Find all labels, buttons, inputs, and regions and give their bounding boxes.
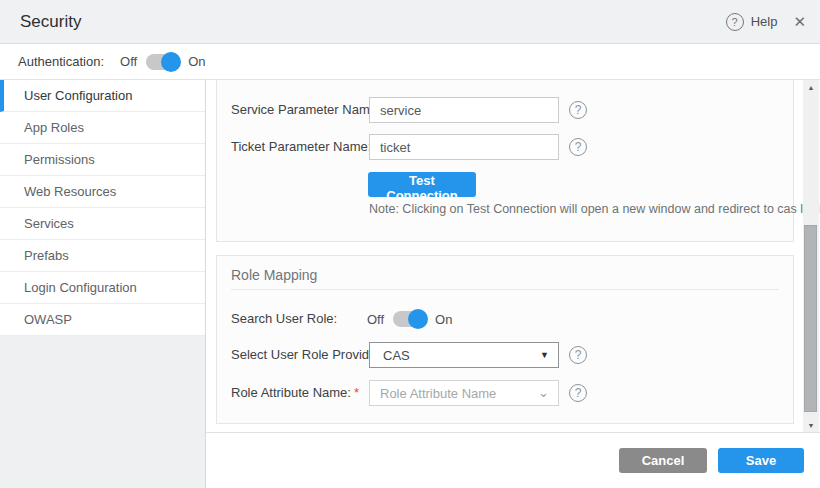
save-button[interactable]: Save — [718, 448, 804, 473]
dropdown-arrow-icon: ▼ — [540, 350, 549, 360]
scroll-down-icon[interactable]: ▼ — [803, 422, 819, 429]
vertical-scrollbar[interactable]: ▲ ▼ — [803, 80, 819, 433]
role-attribute-help-icon[interactable]: ? — [569, 384, 587, 402]
close-icon[interactable]: ✕ — [793, 13, 806, 31]
role-mapping-title: Role Mapping — [231, 267, 317, 283]
security-dialog: Security ? Help ✕ Authentication: Off On… — [0, 0, 820, 488]
footer-divider — [206, 432, 820, 433]
search-user-role-toggle-group: Off On — [367, 306, 452, 332]
sidebar-item-user-configuration[interactable]: User Configuration — [0, 80, 205, 112]
service-parameter-label: Service Parameter Name:* — [231, 97, 389, 123]
user-role-provider-help-icon[interactable]: ? — [569, 346, 587, 364]
header-actions: ? Help ✕ — [726, 13, 806, 31]
search-user-role-toggle[interactable] — [393, 311, 426, 327]
test-connection-note: Note: Clicking on Test Connection will o… — [369, 202, 820, 216]
sidebar-item-services[interactable]: Services — [0, 208, 205, 240]
cancel-button[interactable]: Cancel — [619, 448, 707, 473]
toggle-knob — [408, 309, 428, 329]
service-parameter-input[interactable] — [369, 97, 559, 123]
authentication-off-label: Off — [120, 54, 137, 69]
authentication-on-label: On — [188, 54, 205, 69]
dialog-header: Security ? Help ✕ — [0, 0, 820, 44]
search-user-role-on-label: On — [435, 312, 452, 327]
sidebar-item-permissions[interactable]: Permissions — [0, 144, 205, 176]
connection-settings-panel: Service Parameter Name:* ? Ticket Parame… — [216, 80, 794, 242]
search-user-role-label: Search User Role: — [231, 306, 337, 332]
help-link[interactable]: Help — [751, 14, 778, 29]
role-attribute-label: Role Attribute Name:* — [231, 380, 359, 406]
section-divider — [231, 289, 779, 290]
user-role-provider-label: Select User Role Provider: — [231, 342, 384, 368]
sidebar-item-owasp[interactable]: OWASP — [0, 304, 205, 336]
scrollbar-thumb[interactable] — [804, 225, 817, 412]
user-role-provider-value: CAS — [383, 348, 410, 363]
role-attribute-placeholder: Role Attribute Name — [380, 386, 496, 401]
service-parameter-help-icon[interactable]: ? — [569, 101, 587, 119]
ticket-parameter-label: Ticket Parameter Name:* — [231, 134, 379, 160]
sidebar-item-app-roles[interactable]: App Roles — [0, 112, 205, 144]
role-attribute-combobox[interactable]: Role Attribute Name ⌄ — [369, 380, 559, 406]
user-role-provider-select[interactable]: CAS ▼ — [369, 342, 559, 368]
help-icon[interactable]: ? — [726, 13, 744, 31]
scroll-up-icon[interactable]: ▲ — [803, 84, 819, 91]
page-title: Security — [20, 12, 81, 32]
required-marker: * — [354, 385, 359, 400]
ticket-parameter-help-icon[interactable]: ? — [569, 138, 587, 156]
role-mapping-panel: Role Mapping Search User Role: Off On Se… — [216, 255, 794, 424]
sidebar-item-prefabs[interactable]: Prefabs — [0, 240, 205, 272]
ticket-parameter-input[interactable] — [369, 134, 559, 160]
authentication-bar: Authentication: Off On — [0, 44, 820, 80]
authentication-label: Authentication: — [18, 54, 104, 69]
sidebar-item-login-configuration[interactable]: Login Configuration — [0, 272, 205, 304]
search-user-role-off-label: Off — [367, 312, 384, 327]
sidebar-item-web-resources[interactable]: Web Resources — [0, 176, 205, 208]
toggle-knob — [161, 52, 181, 72]
sidebar: User Configuration App Roles Permissions… — [0, 80, 206, 488]
authentication-toggle[interactable] — [146, 54, 179, 70]
chevron-down-icon: ⌄ — [538, 388, 549, 398]
test-connection-button[interactable]: Test Connection — [368, 172, 476, 197]
